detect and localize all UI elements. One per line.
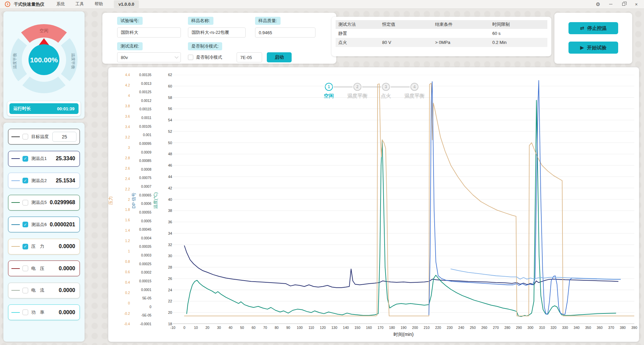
series-visibility-checkbox[interactable]: ✓ [22, 244, 28, 249]
tick-label: 0.2 [125, 291, 130, 295]
tick-label: 3.4 [125, 125, 130, 128]
methods-cell: 点火 [336, 40, 382, 46]
legend-item-8: 电 流0.0000 [8, 283, 80, 298]
test-methods-panel: 测试方法恒定值结束条件时间限制静置60 s点火80 V> 0MPa0.2 Min [332, 17, 551, 56]
sample-mass-input[interactable]: 0.9465 [255, 27, 315, 38]
app-title: 干式快速量热仪 [14, 1, 44, 7]
x-tick-label: 10 [194, 326, 198, 330]
tick-label: 3.2 [125, 135, 130, 139]
tick-label: 0.00135 [139, 73, 151, 77]
settings-gear-icon[interactable]: ⚙ [592, 0, 604, 8]
x-tick-label: 250 [470, 326, 476, 330]
menu-system[interactable]: 系统 [52, 0, 69, 8]
series-value: 0.0000 [59, 266, 75, 272]
progress-percent: 100.00% [30, 56, 58, 64]
stop-temp-control-label: 停止控温 [587, 25, 607, 32]
state-gauge-panel: 空闲温度平衡温度平衡100.00% 运行时长 00:01:39 [3, 11, 85, 119]
close-button[interactable]: × [631, 0, 642, 8]
series-压力 [184, 83, 634, 316]
series-visibility-checkbox[interactable] [22, 200, 28, 206]
tick-label: 56 [168, 107, 172, 111]
x-tick-label: 90 [286, 326, 290, 330]
tick-label: 44 [168, 175, 172, 179]
restore-button[interactable] [618, 0, 629, 8]
legend-item-7: 电 压0.0000 [8, 261, 80, 276]
menu-help[interactable]: 帮助 [90, 0, 108, 8]
stop-temp-control-button[interactable]: ⇄ 停止控温 [568, 22, 618, 34]
x-tick-label: 150 [354, 326, 360, 330]
tick-label: 0.0001 [141, 288, 151, 291]
x-tick-label: 50 [240, 326, 244, 330]
temp-axis-ticks: 6260585654525048464442403836343230282624… [159, 75, 172, 324]
series-visibility-checkbox[interactable] [22, 288, 28, 293]
dp-axis-title: DP 信号 [131, 192, 137, 208]
sample-mass-label: 样品质量: [255, 17, 281, 25]
series-visibility-checkbox[interactable]: ✓ [22, 222, 28, 227]
tick-label: 0.00035 [139, 245, 151, 248]
x-tick-label: 70 [263, 326, 267, 330]
tick-label: 60 [168, 84, 172, 88]
tick-label: 1.8 [125, 208, 130, 212]
sample-name-input[interactable]: 国防科大-rs-22包覆 [188, 27, 246, 38]
series-visibility-checkbox[interactable] [22, 309, 28, 315]
methods-cell: 60 s [492, 31, 547, 36]
tick-label: 0.0009 [141, 150, 151, 154]
series-visibility-checkbox[interactable] [22, 266, 28, 271]
state-label-idle: 空闲 [40, 28, 48, 33]
x-tick-label: 100 [297, 326, 303, 330]
menu-tools[interactable]: 工具 [71, 0, 89, 8]
tick-label: 0.0008 [141, 167, 151, 171]
x-tick-label: 390 [631, 326, 637, 330]
version-badge: v1.0.0.0 [114, 0, 139, 8]
state-arc-bottom [22, 77, 66, 93]
tick-label: 0.4 [125, 281, 130, 284]
tick-label: 3.8 [125, 104, 130, 108]
tick-label: 0.6 [125, 270, 130, 274]
tick-label: 0.0002 [141, 271, 151, 274]
x-tick-label: 240 [458, 326, 464, 330]
plot-area[interactable] [173, 75, 634, 324]
cooling-checkbox[interactable] [188, 55, 193, 60]
x-tick-label: 110 [308, 326, 314, 330]
series-value: 0.0000 [59, 243, 75, 249]
x-tick-label: 30 [217, 326, 221, 330]
tick-label: 62 [168, 73, 172, 77]
tick-label: 0.00065 [139, 193, 151, 197]
tick-label: 34 [168, 231, 172, 235]
tick-label: 0 [128, 301, 130, 305]
methods-cell: 80 V [382, 40, 435, 45]
exp-no-input[interactable]: 国防科大 [117, 27, 181, 38]
flow-select[interactable]: 80v [117, 52, 181, 62]
methods-table-row[interactable]: 静置60 s [336, 29, 547, 38]
tick-label: 0.0011 [141, 116, 151, 120]
tick-label: 58 [168, 96, 172, 100]
methods-table-row[interactable]: 点火80 V> 0MPa0.2 Min [336, 38, 547, 47]
series-value: 0.0000 [59, 287, 75, 293]
minimize-button[interactable] [605, 0, 616, 8]
tick-label: 0.00075 [139, 176, 151, 180]
series-label: 目标温度 [31, 134, 49, 140]
series-line-sample [11, 180, 20, 181]
threshold-input[interactable]: 7E-05 [237, 52, 262, 62]
start-test-button[interactable]: ▶ 开始试验 [568, 42, 618, 54]
legend-item-6: ✓压 力0.0000 [8, 239, 80, 254]
legend-item-5: ✓测温点60.0000201 [8, 217, 80, 232]
tick-label: 2.2 [125, 187, 130, 191]
tick-label: 0.8 [125, 260, 130, 264]
state-label-right: 温度平衡 [71, 53, 76, 69]
series-visibility-checkbox[interactable]: ✓ [22, 178, 28, 183]
tick-label: 0.00115 [140, 107, 151, 111]
tick-label: 0.0006 [141, 202, 151, 206]
ignite-start-button[interactable]: 启动 [267, 52, 292, 62]
x-tick-label: 200 [412, 326, 418, 330]
target-temp-input[interactable]: 25 [52, 132, 77, 142]
legend-list: 目标温度25✓测温点125.3340✓测温点225.1534测温点50.0299… [8, 129, 80, 320]
tick-label: 1.2 [125, 239, 130, 243]
tick-label: 28 [168, 265, 172, 269]
methods-table: 测试方法恒定值结束条件时间限制静置60 s点火80 V> 0MPa0.2 Min [336, 20, 547, 47]
series-visibility-checkbox[interactable]: ✓ [22, 156, 28, 162]
cooling-label: 是否制冷模式: [188, 42, 222, 50]
methods-cell: > 0MPa [435, 40, 492, 45]
series-visibility-checkbox[interactable] [22, 134, 28, 139]
tick-label: 50 [168, 141, 172, 145]
